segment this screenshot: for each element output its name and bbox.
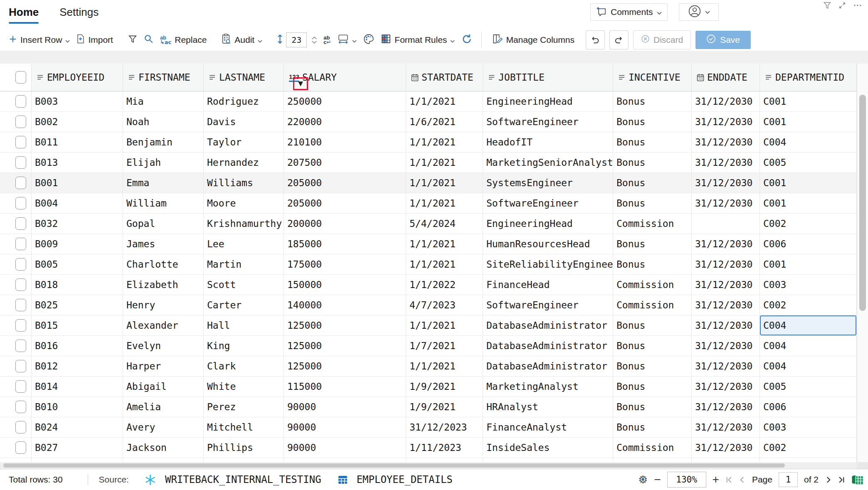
- vertical-scrollbar-thumb[interactable]: [859, 95, 866, 311]
- grid-cell[interactable]: Bonus: [613, 132, 692, 153]
- grid-cell[interactable]: B024: [32, 417, 123, 438]
- column-menu-arrow[interactable]: ▼: [298, 81, 303, 87]
- import-button[interactable]: Import: [76, 34, 113, 46]
- horizontal-scrollbar-thumb[interactable]: [3, 463, 785, 468]
- filter-icon[interactable]: [823, 1, 831, 10]
- grid-cell[interactable]: 1/1/2021: [406, 254, 483, 275]
- grid-cell[interactable]: 1/11/2023: [406, 438, 483, 458]
- grid-cell[interactable]: Bonus: [613, 315, 692, 336]
- format-rules-button[interactable]: Format Rules: [381, 34, 455, 46]
- grid-cell[interactable]: 31/12/2030: [692, 295, 760, 315]
- grid-cell[interactable]: Bonus: [613, 112, 692, 132]
- grid-cell[interactable]: C004: [760, 132, 857, 153]
- grid-cell[interactable]: C006: [760, 397, 857, 417]
- grid-cell[interactable]: 90000: [284, 397, 406, 417]
- grid-cell[interactable]: Bonus: [613, 417, 692, 438]
- grid-cell[interactable]: Scott: [204, 275, 284, 295]
- page-number-input[interactable]: 1: [779, 472, 798, 487]
- grid-cell[interactable]: Bonus: [613, 91, 692, 112]
- grid-cell[interactable]: 31/12/2030: [692, 132, 760, 153]
- grid-cell[interactable]: Evelyn: [123, 336, 204, 356]
- grid-cell[interactable]: Clark: [204, 356, 284, 377]
- grid-cell[interactable]: 205000: [284, 193, 406, 214]
- grid-cell[interactable]: Bonus: [613, 153, 692, 173]
- gear-icon[interactable]: ⚙: [638, 473, 648, 486]
- tab-settings[interactable]: Settings: [59, 6, 99, 24]
- row-checkbox[interactable]: [15, 319, 26, 332]
- grid-cell[interactable]: Lee: [204, 234, 284, 254]
- grid-cell[interactable]: 140000: [284, 295, 406, 315]
- grid-cell[interactable]: Avery: [123, 417, 204, 438]
- grid-cell[interactable]: Rodriguez: [204, 91, 284, 112]
- grid-cell[interactable]: Davis: [204, 112, 284, 132]
- grid-cell[interactable]: B005: [32, 254, 123, 275]
- grid-cell[interactable]: Commission: [613, 438, 692, 458]
- grid-cell[interactable]: 125000: [284, 315, 406, 336]
- row-checkbox[interactable]: [15, 156, 26, 169]
- grid-cell[interactable]: B004: [32, 193, 123, 214]
- grid-cell[interactable]: 90000: [284, 438, 406, 458]
- column-header-jobtitle[interactable]: JOBTITLE: [483, 64, 613, 91]
- grid-cell[interactable]: 31/12/2030: [692, 336, 760, 356]
- grid-cell[interactable]: 1/9/2021: [406, 377, 483, 397]
- column-header-salary[interactable]: 123 SALARY ▼: [284, 64, 406, 91]
- grid-cell[interactable]: Moore: [204, 193, 284, 214]
- grid-cell[interactable]: Williams: [204, 173, 284, 193]
- grid-cell[interactable]: Hernandez: [204, 153, 284, 173]
- grid-cell[interactable]: 31/12/2030: [692, 193, 760, 214]
- grid-cell[interactable]: Bonus: [613, 336, 692, 356]
- row-checkbox[interactable]: [15, 177, 26, 189]
- select-all-checkbox[interactable]: [15, 71, 26, 84]
- grid-cell[interactable]: Bonus: [613, 234, 692, 254]
- grid-cell[interactable]: Hall: [204, 315, 284, 336]
- grid-cell[interactable]: Charlotte: [123, 254, 204, 275]
- grid-cell[interactable]: B003: [32, 91, 123, 112]
- grid-cell[interactable]: 150000: [284, 275, 406, 295]
- grid-cell[interactable]: Phillips: [204, 438, 284, 458]
- grid-cell[interactable]: 31/12/2030: [692, 153, 760, 173]
- grid-cell[interactable]: 1/1/2021: [406, 193, 483, 214]
- grid-cell[interactable]: B001: [32, 173, 123, 193]
- grid-cell[interactable]: SoftwareEngineer: [483, 193, 613, 214]
- grid-cell[interactable]: 1/1/2021: [406, 173, 483, 193]
- grid-cell[interactable]: Martin: [204, 254, 284, 275]
- column-width-button[interactable]: [338, 34, 357, 46]
- grid-cell[interactable]: Bonus: [613, 377, 692, 397]
- grid-cell[interactable]: C005: [760, 153, 857, 173]
- grid-cell[interactable]: 1/1/2021: [406, 315, 483, 336]
- grid-cell[interactable]: C002: [760, 214, 857, 234]
- row-checkbox[interactable]: [15, 116, 26, 128]
- grid-cell[interactable]: Krishnamurthy: [204, 214, 284, 234]
- grid-cell[interactable]: 207500: [284, 153, 406, 173]
- grid-cell[interactable]: EngineeringHead: [483, 91, 613, 112]
- row-height-stepper[interactable]: [312, 37, 317, 44]
- grid-cell[interactable]: Carter: [204, 295, 284, 315]
- grid-cell[interactable]: FinanceHead: [483, 275, 613, 295]
- grid-cell[interactable]: 31/12/2023: [406, 417, 483, 438]
- undo-button[interactable]: [586, 30, 605, 49]
- grid-cell[interactable]: B032: [32, 214, 123, 234]
- grid-cell[interactable]: C004: [760, 336, 857, 356]
- grid-cell[interactable]: DatabaseAdministrator: [483, 315, 613, 336]
- grid-cell[interactable]: 31/12/2030: [692, 356, 760, 377]
- grid-cell[interactable]: DatabaseAdministrator: [483, 356, 613, 377]
- grid-cell[interactable]: C001: [760, 112, 857, 132]
- row-checkbox[interactable]: [15, 441, 26, 454]
- row-checkbox[interactable]: [15, 95, 26, 108]
- grid-cell[interactable]: B012: [32, 356, 123, 377]
- row-checkbox[interactable]: [15, 217, 26, 230]
- grid-cell[interactable]: Taylor: [204, 132, 284, 153]
- row-checkbox[interactable]: [15, 421, 26, 433]
- grid-cell[interactable]: B018: [32, 275, 123, 295]
- grid-cell[interactable]: 1/1/2021: [406, 356, 483, 377]
- horizontal-scrollbar[interactable]: [0, 462, 857, 469]
- grid-cell[interactable]: 31/12/2030: [692, 173, 760, 193]
- grid-cell[interactable]: Gopal: [123, 214, 204, 234]
- column-header-employeeid[interactable]: EMPLOYEEID: [32, 64, 123, 91]
- row-checkbox[interactable]: [15, 340, 26, 352]
- grid-cell[interactable]: B015: [32, 315, 123, 336]
- column-header-incentive[interactable]: INCENTIVE: [613, 64, 692, 91]
- grid-cell[interactable]: B025: [32, 295, 123, 315]
- grid-cell[interactable]: 31/12/2030: [692, 254, 760, 275]
- grid-cell[interactable]: FinanceAnalyst: [483, 417, 613, 438]
